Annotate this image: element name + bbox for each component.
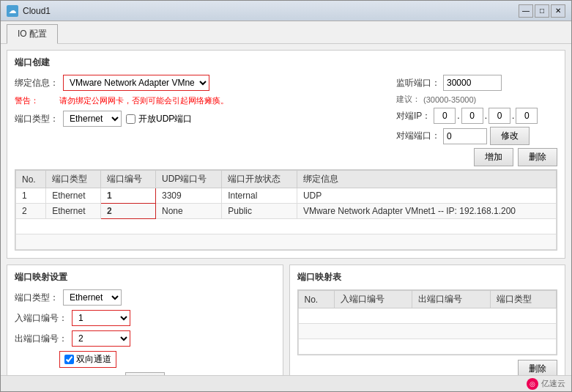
main-window: ☁ Cloud1 — □ ✕ IO 配置 端口创建 绑定信息： VMware N…: [0, 0, 572, 392]
out-port-row: 出端口编号： 1 2 3: [15, 330, 275, 347]
binding-label: 绑定信息：: [15, 77, 59, 89]
modify-button[interactable]: 修改: [490, 127, 530, 145]
port-mapping-right-title: 端口映射表: [297, 271, 558, 284]
footer-bar: ◎ 亿速云: [1, 375, 571, 391]
title-buttons: — □ ✕: [519, 4, 565, 18]
col-num: 端口编号: [101, 171, 156, 188]
mapping-port-type-select[interactable]: Ethernet UDP TCP: [63, 289, 122, 306]
out-port-label: 出端口编号：: [15, 333, 67, 345]
in-port-label: 入端口编号：: [15, 312, 67, 325]
col-no: No.: [16, 171, 46, 188]
suggest-label: 建议：: [396, 94, 420, 105]
col-status: 端口开放状态: [222, 171, 297, 188]
port-type-label: 端口类型：: [15, 113, 59, 125]
title-bar: ☁ Cloud1 — □ ✕: [1, 1, 571, 21]
tab-io-config[interactable]: IO 配置: [7, 24, 58, 44]
port-creation-title: 端口创建: [15, 56, 557, 69]
port-mapping-right-section: 端口映射表 No. 入端口编号 出端口编号 端口类型: [289, 265, 566, 375]
mapping-delete-button[interactable]: 删除: [518, 360, 557, 375]
port-type-select[interactable]: Ethernet UDP TCP: [63, 111, 122, 127]
window-icon: ☁: [7, 5, 18, 17]
cell-status: Public: [222, 204, 297, 219]
ip-octet-1[interactable]: [434, 108, 456, 124]
cell-type: Ethernet: [46, 188, 101, 204]
col-udp: UDP端口号: [155, 171, 221, 188]
monitor-port-row: 监听端口： 30000: [396, 75, 557, 91]
main-content: 端口创建 绑定信息： VMware Network Adapter VMnet1…: [1, 44, 571, 375]
port-type-row: 端口类型： Ethernet UDP TCP 开放UDP端口: [15, 111, 389, 127]
cell-udp: None: [155, 204, 221, 219]
cell-num: 2: [101, 204, 156, 219]
bidirectional-label: 双向通道: [76, 353, 111, 366]
open-udp-checkbox[interactable]: [126, 114, 135, 124]
mapping-table-container: No. 入端口编号 出端口编号 端口类型: [297, 289, 558, 355]
add-port-button[interactable]: 增加: [474, 148, 513, 166]
window-title: Cloud1: [23, 6, 519, 16]
in-port-select[interactable]: 1 2 3: [72, 310, 130, 326]
port-table-container: No. 端口类型 端口编号 UDP端口号 端口开放状态 绑定信息 1 Ether…: [15, 169, 557, 251]
cell-udp: 3309: [155, 188, 221, 204]
col-binding: 绑定信息: [297, 171, 556, 188]
minimize-button[interactable]: —: [519, 4, 533, 18]
in-port-row: 入端口编号： 1 2 3: [15, 310, 275, 326]
brand-logo: ◎ 亿速云: [527, 378, 565, 390]
bidirectional-row: 双向通道: [15, 351, 275, 368]
ip-octet-4[interactable]: [516, 108, 538, 124]
maximize-button[interactable]: □: [535, 4, 549, 18]
bottom-sections: 端口映射设置 端口类型： Ethernet UDP TCP 入端口编号： 1 2: [7, 265, 565, 375]
map-row-empty-2: [298, 324, 557, 339]
delete-port-button[interactable]: 删除: [518, 148, 557, 166]
mapping-port-type-label: 端口类型：: [15, 292, 59, 304]
monitor-port-label: 监听端口：: [396, 77, 440, 89]
port-creation-section: 端口创建 绑定信息： VMware Network Adapter VMnet1…: [7, 50, 565, 259]
ip-octet-3[interactable]: [489, 108, 510, 124]
binding-row: 绑定信息： VMware Network Adapter VMnet1 -- I…: [15, 75, 389, 91]
remote-port-row: 对端端口： 修改: [396, 127, 557, 145]
port-table: No. 端口类型 端口编号 UDP端口号 端口开放状态 绑定信息 1 Ether…: [15, 170, 557, 250]
ip-input-group: . . .: [434, 108, 538, 124]
bidirectional-checkbox[interactable]: [64, 355, 74, 364]
close-button[interactable]: ✕: [551, 4, 565, 18]
map-row-empty-1: [298, 308, 557, 324]
bidirectional-checkbox-label[interactable]: 双向通道: [59, 351, 116, 368]
cell-binding: UDP: [297, 188, 556, 204]
cell-no: 1: [16, 188, 46, 204]
monitor-port-input[interactable]: 30000: [443, 75, 502, 91]
brand-icon: ◎: [527, 378, 538, 390]
cell-binding: VMware Network Adapter VMnet1 -- IP: 192…: [297, 204, 556, 219]
port-mapping-left-section: 端口映射设置 端口类型： Ethernet UDP TCP 入端口编号： 1 2: [7, 265, 283, 375]
remote-port-label: 对端端口：: [396, 130, 440, 142]
port-mapping-left-title: 端口映射设置: [15, 271, 275, 284]
add-delete-row: 增加 删除: [396, 148, 557, 166]
table-row[interactable]: 1 Ethernet 1 3309 Internal UDP: [16, 188, 557, 204]
mapping-port-type-row: 端口类型： Ethernet UDP TCP: [15, 289, 275, 306]
cell-status: Internal: [222, 188, 297, 204]
ip-octet-2[interactable]: [461, 108, 483, 124]
map-col-in: 入端口编号: [334, 291, 412, 308]
table-row-empty-1: [16, 219, 557, 234]
warning-prefix: 警告：: [15, 95, 55, 106]
out-port-select[interactable]: 1 2 3: [72, 330, 130, 347]
remote-port-input[interactable]: [443, 128, 487, 144]
cell-num: 1: [101, 188, 156, 204]
warning-row: 警告： 请勿绑定公网网卡，否则可能会引起网络瘫痪。: [15, 95, 389, 106]
cell-type: Ethernet: [46, 204, 101, 219]
col-type: 端口类型: [46, 171, 101, 188]
map-col-no: No.: [298, 291, 334, 308]
map-row-empty-3: [298, 339, 557, 355]
open-udp-label: 开放UDP端口: [138, 113, 192, 125]
map-col-out: 出端口编号: [412, 291, 491, 308]
table-row[interactable]: 2 Ethernet 2 None Public VMware Network …: [16, 204, 557, 219]
tab-bar: IO 配置: [1, 21, 571, 44]
remote-ip-row: 对端IP： . . .: [396, 108, 557, 124]
warning-text: 请勿绑定公网网卡，否则可能会引起网络瘫痪。: [59, 95, 229, 106]
suggest-row: 建议： (30000-35000): [396, 94, 557, 105]
top-right-panel: 监听端口： 30000 建议： (30000-35000) 对端IP： .: [396, 75, 557, 166]
table-row-empty-2: [16, 234, 557, 250]
cell-no: 2: [16, 204, 46, 219]
mapping-table: No. 入端口编号 出端口编号 端口类型: [298, 290, 557, 355]
remote-ip-label: 对端IP：: [396, 110, 431, 122]
suggest-range: (30000-35000): [423, 95, 476, 104]
binding-select[interactable]: VMware Network Adapter VMnet1 -- IP: 192…: [63, 75, 209, 91]
map-col-type: 端口类型: [491, 291, 557, 308]
